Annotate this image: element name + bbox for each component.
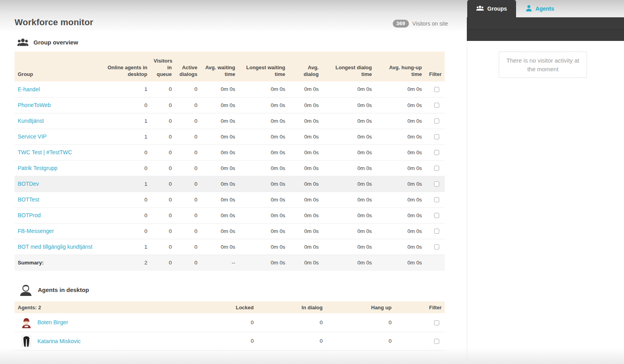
avg-waiting-cell: 0m 0s <box>201 113 238 129</box>
tab-agents[interactable]: Agents <box>516 0 564 17</box>
avg-dialog-cell: 0m 0s <box>288 239 322 255</box>
group-row: FB-Messenger 0 0 0 0m 0s 0m 0s 0m 0s 0m … <box>15 223 445 239</box>
avg-dialog-cell: 0m 0s <box>288 129 322 144</box>
agents-table-header-row: Agents: 2 Locked In dialog Hang up Filte… <box>15 301 445 313</box>
avg-dialog-cell: 0m 0s <box>288 176 322 192</box>
visitors-in-queue-cell: 0 <box>150 223 175 239</box>
filter-checkbox[interactable] <box>434 229 439 234</box>
online-agents-cell: 0 <box>99 144 150 160</box>
summary-avg-dialog: 0m 0s <box>288 255 322 271</box>
filter-cell <box>425 239 445 255</box>
visitors-in-queue-cell: 0 <box>150 192 175 207</box>
group-link[interactable]: BOTProd <box>18 212 41 218</box>
tab-groups-label: Groups <box>487 6 507 12</box>
filter-checkbox[interactable] <box>434 320 439 325</box>
filter-checkbox[interactable] <box>434 166 439 171</box>
avg-waiting-cell: 0m 0s <box>201 160 238 176</box>
agents-count-header: Agents: 2 <box>15 301 188 313</box>
filter-checkbox[interactable] <box>434 134 439 139</box>
agent-row: Boten Birger 0 0 0 <box>15 313 445 332</box>
avg-waiting-cell: 0m 0s <box>201 97 238 113</box>
avg-hung-up-cell: 0m 0s <box>375 160 425 176</box>
tab-groups[interactable]: Groups <box>467 0 516 17</box>
col-header-active-dialogs: Active dialogs <box>175 52 201 81</box>
avg-hung-up-cell: 0m 0s <box>375 129 425 144</box>
active-dialogs-cell: 0 <box>175 81 201 97</box>
group-link[interactable]: Patrik Testgrupp <box>18 165 58 171</box>
group-link[interactable]: Kundtjänst <box>18 118 44 124</box>
summary-longest-waiting: 0m 0s <box>238 255 288 271</box>
agent-link[interactable]: Katarina Miskovic <box>37 338 81 344</box>
group-row: BOTProd 0 0 0 0m 0s 0m 0s 0m 0s 0m 0s 0m… <box>15 207 445 223</box>
filter-checkbox[interactable] <box>434 103 439 108</box>
active-dialogs-cell: 0 <box>175 144 201 160</box>
visitors-in-queue-cell: 0 <box>150 207 175 223</box>
filter-cell <box>425 207 445 223</box>
agent-row: Katarina Miskovic 0 0 0 <box>15 332 445 350</box>
agent-bust-icon <box>20 284 32 296</box>
col-header-filter: Filter <box>425 52 445 81</box>
group-overview-table: Group Online agents in desktop Visitors … <box>15 52 445 271</box>
filter-checkbox[interactable] <box>434 150 439 155</box>
agents-in-desktop-title: Agents in desktop <box>38 286 89 293</box>
longest-dialog-cell: 0m 0s <box>322 81 375 97</box>
group-table-header-row: Group Online agents in desktop Visitors … <box>15 52 445 81</box>
col-header-longest-dialog-time: Longest dialog time <box>322 52 375 81</box>
avg-dialog-cell: 0m 0s <box>288 81 322 97</box>
filter-checkbox[interactable] <box>434 244 439 249</box>
avg-hung-up-cell: 0m 0s <box>375 192 425 207</box>
summary-row: Summary: 2 0 0 -- 0m 0s 0m 0s 0m 0s 0m 0… <box>15 255 445 271</box>
filter-checkbox[interactable] <box>434 87 439 92</box>
longest-waiting-cell: 0m 0s <box>238 144 288 160</box>
agents-table: Agents: 2 Locked In dialog Hang up Filte… <box>15 301 445 351</box>
group-row: Kundtjänst 1 0 0 0m 0s 0m 0s 0m 0s 0m 0s… <box>15 113 445 129</box>
visitors-in-queue-cell: 0 <box>150 239 175 255</box>
active-dialogs-cell: 0 <box>175 113 201 129</box>
longest-dialog-cell: 0m 0s <box>322 97 375 113</box>
col-header-avg-dialog: Avg. dialog <box>288 52 322 81</box>
filter-checkbox[interactable] <box>434 181 439 187</box>
avg-hung-up-cell: 0m 0s <box>375 113 425 129</box>
filter-cell <box>425 176 445 192</box>
group-link[interactable]: BOTDev <box>18 181 39 187</box>
agent-icon <box>526 5 532 13</box>
group-link[interactable]: FB-Messenger <box>18 228 54 234</box>
group-row: BOTDev 1 0 0 0m 0s 0m 0s 0m 0s 0m 0s 0m … <box>15 176 445 192</box>
avg-waiting-cell: 0m 0s <box>201 176 238 192</box>
filter-checkbox[interactable] <box>434 339 439 344</box>
group-link[interactable]: BOTTest <box>18 196 39 203</box>
avg-dialog-cell: 0m 0s <box>288 160 322 176</box>
filter-cell <box>425 144 445 160</box>
filter-checkbox[interactable] <box>434 213 439 218</box>
in-dialog-cell: 0 <box>257 313 326 332</box>
visitors-label: Visitors on site <box>412 20 448 27</box>
avg-dialog-cell: 0m 0s <box>288 113 322 129</box>
group-link[interactable]: TWC Test | #TestTWC <box>18 149 72 155</box>
visitors-in-queue-cell: 0 <box>150 97 175 113</box>
summary-label: Summary: <box>15 255 99 271</box>
visitors-in-queue-cell: 0 <box>150 144 175 160</box>
group-link[interactable]: Service VIP <box>18 133 46 140</box>
avg-dialog-cell: 0m 0s <box>288 207 322 223</box>
group-link[interactable]: PhoneToWeb <box>18 102 51 108</box>
visitors-in-queue-cell: 0 <box>150 113 175 129</box>
summary-online-agents: 2 <box>99 255 150 271</box>
avg-hung-up-cell: 0m 0s <box>375 207 425 223</box>
filter-cell <box>425 81 445 97</box>
longest-dialog-cell: 0m 0s <box>322 113 375 129</box>
group-link[interactable]: BOT med tillgänglig kundtjänst <box>18 244 93 250</box>
longest-waiting-cell: 0m 0s <box>238 129 288 144</box>
longest-waiting-cell: 0m 0s <box>238 113 288 129</box>
avg-hung-up-cell: 0m 0s <box>375 97 425 113</box>
avg-waiting-cell: 0m 0s <box>201 223 238 239</box>
summary-avg-hung-up: 0m 0s <box>375 255 425 271</box>
agent-link[interactable]: Boten Birger <box>37 319 68 325</box>
agent-avatar <box>21 316 32 328</box>
longest-waiting-cell: 0m 0s <box>238 207 288 223</box>
group-link[interactable]: E-handel <box>18 86 40 92</box>
visitors-in-queue-cell: 0 <box>150 176 175 192</box>
group-row: BOT med tillgänglig kundtjänst 1 0 0 0m … <box>15 239 445 255</box>
filter-checkbox[interactable] <box>434 197 439 202</box>
filter-checkbox[interactable] <box>434 118 439 124</box>
longest-dialog-cell: 0m 0s <box>322 223 375 239</box>
